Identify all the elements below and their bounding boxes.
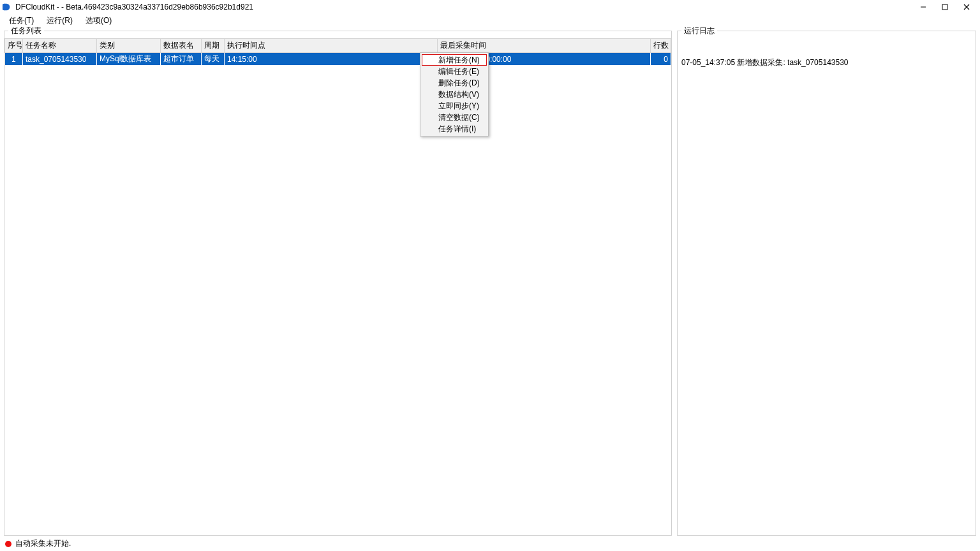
window-title: DFCloudKit - - Beta.469423c9a30324a33716… [15,3,912,11]
col-header-rows[interactable]: 行数 [651,39,671,53]
menubar: 任务(T) 运行(R) 选项(O) [0,14,980,28]
cell-rows: 0 [651,53,671,66]
svg-rect-0 [942,4,947,10]
maximize-button[interactable] [934,0,956,14]
col-header-last[interactable]: 最后采集时间 [438,39,651,53]
context-menu-clear-data[interactable]: 清空数据(C) [422,112,487,123]
cell-table: 超市订单 [161,53,202,66]
close-button[interactable] [956,0,977,14]
cell-idx: 1 [5,53,23,66]
status-dot-icon [5,541,11,547]
log-entry: 07-05_14:37:05 新增数据采集: task_0705143530 [681,57,972,68]
statusbar: 自动采集未开始. [0,536,980,551]
task-table[interactable]: 序号 任务名称 类别 数据表名 周期 执行时间点 最后采集时间 行数 1 tas… [4,38,671,65]
task-table-header: 序号 任务名称 类别 数据表名 周期 执行时间点 最后采集时间 行数 [5,39,671,53]
status-text: 自动采集未开始. [15,538,71,549]
context-menu-delete-task[interactable]: 删除任务(D) [422,77,487,89]
menu-options[interactable]: 选项(O) [79,14,118,27]
col-header-type[interactable]: 类别 [97,39,161,53]
content-area: 任务列表 序号 任务名称 类别 数据表名 周期 执行时间点 最后采集时间 [0,28,980,536]
context-menu-data-structure[interactable]: 数据结构(V) [422,89,487,100]
app-icon [3,3,11,11]
task-list-title: 任务列表 [8,26,44,36]
context-menu-new-task[interactable]: 新增任务(N) [422,54,487,66]
log-area[interactable]: 07-05_14:37:05 新增数据采集: task_0705143530 [678,38,976,535]
menu-run[interactable]: 运行(R) [40,14,79,27]
context-menu-edit-task[interactable]: 编辑任务(E) [422,66,487,77]
col-header-name[interactable]: 任务名称 [23,39,97,53]
cell-exec: 14:15:00 [225,53,438,66]
col-header-idx[interactable]: 序号 [5,39,23,53]
cell-period: 每天 [202,53,225,66]
window-controls [912,0,977,14]
minimize-button[interactable] [912,0,934,14]
titlebar: DFCloudKit - - Beta.469423c9a30324a33716… [0,0,980,14]
context-menu-sync-now[interactable]: 立即同步(Y) [422,100,487,112]
log-title: 运行日志 [681,26,717,36]
col-header-period[interactable]: 周期 [202,39,225,53]
task-list-panel: 任务列表 序号 任务名称 类别 数据表名 周期 执行时间点 最后采集时间 [4,31,672,536]
col-header-table[interactable]: 数据表名 [161,39,202,53]
context-menu: 新增任务(N) 编辑任务(E) 删除任务(D) 数据结构(V) 立即同步(Y) … [420,52,489,136]
cell-name: task_0705143530 [23,53,97,66]
col-header-exec[interactable]: 执行时间点 [225,39,438,53]
log-panel: 运行日志 07-05_14:37:05 新增数据采集: task_0705143… [677,31,976,536]
context-menu-task-detail[interactable]: 任务详情(I) [422,123,487,135]
table-row[interactable]: 1 task_0705143530 MySql数据库表 超市订单 每天 14:1… [5,53,671,66]
cell-type: MySql数据库表 [97,53,161,66]
task-table-container: 序号 任务名称 类别 数据表名 周期 执行时间点 最后采集时间 行数 1 tas… [4,38,671,535]
